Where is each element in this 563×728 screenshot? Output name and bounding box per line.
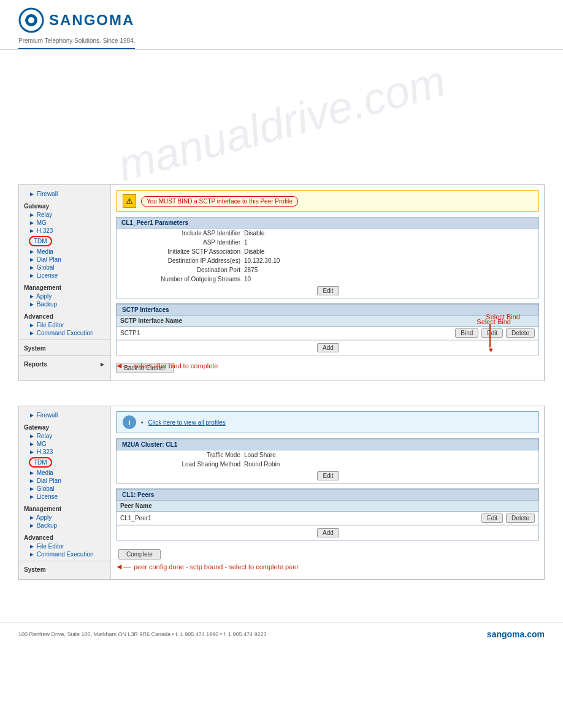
sidebar-item-mg[interactable]: ► MG [19,219,110,227]
sidebar2-item-apply[interactable]: ► Apply [19,514,110,521]
label-asp-id: ASP Identifier [121,239,244,246]
label-traffic-mode: Traffic Mode [121,452,244,458]
peer-row-asp-id: ASP Identifier 1 [117,238,538,247]
sidebar-item-firewall[interactable]: ► Firewall [19,190,110,198]
sidebar2-item-global[interactable]: ► Global [19,485,110,493]
label-streams: Number of Outgoing Streams [121,276,244,282]
peers-edit-button[interactable]: Edit [481,514,503,523]
complete-annotation-row: ◄— peer config done - sctp bound - selec… [115,562,299,571]
value-load-sharing: Round Robin [244,461,280,468]
sidebar-section-system: System [19,344,110,353]
peer-row-init-sctp: Initialize SCTP Association Disable [117,247,538,256]
peers-col-name: Peer Name [117,501,280,512]
sidebar2: ► Firewall Gateway ► Relay ► MG ► H.323 … [19,406,111,579]
select-bind-arrow-line: ▼ [489,324,491,347]
sidebar2-item-relay[interactable]: ► Relay [19,432,110,440]
info-bullet: • [141,419,144,426]
peers-row: CL1_Peer1 Edit Delete [117,512,538,525]
peers-row-name: CL1_Peer1 [117,512,280,525]
label-dest-ip: Destination IP Address(es) [121,257,244,264]
sidebar-item-relay[interactable]: ► Relay [19,211,110,219]
sidebar-item-license[interactable]: ► License [19,271,110,279]
back-annotation-text: select after bind to complete [134,362,218,370]
sidebar-item-cmdexec[interactable]: ► Command Execution [19,329,110,337]
complete-annotation-text: peer config done - sctp bound - select t… [134,563,299,571]
peer-row-dest-ip: Destination IP Address(es) 10.132.30.10 [117,256,538,265]
complete-row: Complete [116,545,539,563]
info-banner: i • Click here to view all profiles [116,411,539,433]
sctp-row-actions: Bind Edit Delete [302,327,538,340]
sctp-delete-button[interactable]: Delete [506,328,535,338]
sidebar-item-global[interactable]: ► Global [19,264,110,271]
sidebar2-item-h323[interactable]: ► H.323 [29,449,53,455]
logo-icon [18,7,44,33]
sidebar2-section-gateway: Gateway [19,423,110,432]
logo-text: SANGOMA [49,12,134,29]
back-arrow-left: ◄— [115,361,131,370]
complete-button[interactable]: Complete [118,549,161,559]
peers-section: CL1: Peers Peer Name CL1_Peer1 [116,488,539,540]
sctp-row: SCTP1 Bind Edit Delete [117,327,538,340]
sidebar-item-apply[interactable]: ► Apply [19,292,110,300]
sctp-edit-button[interactable]: Edit [481,328,503,338]
sidebar-item-media[interactable]: ► Media [19,248,110,256]
panel2: ► Firewall Gateway ► Relay ► MG ► H.323 … [18,406,545,580]
sidebar1: ► Firewall Gateway ► Relay ► MG ► H.323 … [19,185,111,381]
peers-delete-button[interactable]: Delete [506,514,535,523]
sidebar2-item-backup[interactable]: ► Backup [19,521,110,529]
panel1: ► Firewall Gateway ► Relay ► MG ► H.323 … [18,184,545,381]
select-bind-label: Select Bind [486,313,520,320]
panel2-content: i • Click here to view all profiles M2UA… [111,406,544,579]
cluster-edit-button[interactable]: Edit [317,471,339,480]
sidebar2-item-tdm-circled[interactable]: TDM [29,457,52,468]
sidebar-section-reports: Reports► [19,360,110,369]
peers-add-row: Add [117,525,538,540]
sidebar2-item-mg[interactable]: ► MG [19,440,110,448]
sidebar-section-gateway: Gateway [19,202,110,211]
sidebar2-item-cmdexec[interactable]: ► Command Execution [19,550,110,558]
sidebar2-item-firewall[interactable]: ► Firewall [19,411,110,419]
tagline: Premium Telephony Solutions. Since 1984. [18,37,135,49]
sctp-col-name: SCTP Interface Name [117,316,302,327]
header: SANGOMA Premium Telephony Solutions. Sin… [0,0,563,50]
sidebar-item-dialplan[interactable]: ► Dial Plan [19,256,110,264]
sctp-add-button[interactable]: Add [317,343,339,352]
sidebar2-item-dialplan[interactable]: ► Dial Plan [19,477,110,485]
label-init-sctp: Initialize SCTP Association [121,248,244,255]
value-init-sctp: Disable [244,248,264,255]
value-include-asp: Disable [244,230,264,237]
footer: 100 Renfrew Drive, Suite 100, Markham ON… [0,623,563,645]
sidebar-item-fileeditor[interactable]: ► File Editor [19,321,110,329]
sctp-row-name: SCTP1 [117,327,302,340]
value-asp-id: 1 [244,239,248,246]
peers-add-button[interactable]: Add [317,528,339,537]
info-link[interactable]: Click here to view all profiles [148,419,226,426]
footer-brand: sangoma.com [487,629,545,639]
peers-header: CL1: Peers [117,489,538,501]
sidebar2-section-advanced: Advanced [19,533,110,542]
peers-table: Peer Name CL1_Peer1 Edit Delete [117,501,538,525]
label-load-sharing: Load Sharing Method [121,461,244,468]
cluster-load-sharing: Load Sharing Method Round Robin [117,460,538,469]
sidebar2-item-fileeditor[interactable]: ► File Editor [19,542,110,550]
complete-arrow-left: ◄— [115,562,131,571]
value-streams: 10 [244,276,251,282]
cluster-traffic-mode: Traffic Mode Load Share [117,450,538,460]
panel1-wrapper: ► Firewall Gateway ► Relay ► MG ► H.323 … [18,184,545,381]
peer-params-header: CL1_Peer1 Parameters [117,218,538,229]
sidebar-section-management: Management [19,283,110,292]
peer-params-edit-row: Edit [117,284,538,298]
peer-params-edit-button[interactable]: Edit [317,286,339,295]
info-icon: i [123,415,136,429]
sctp-bind-button[interactable]: Bind [455,328,478,338]
sctp-add-row: Add [117,340,538,355]
sidebar-item-tdm-circled[interactable]: TDM [29,236,52,246]
cluster-header: M2UA Cluster: CL1 [117,439,538,450]
sidebar2-item-license[interactable]: ► License [19,493,110,501]
panel1-inner: ► Firewall Gateway ► Relay ► MG ► H.323 … [19,185,544,381]
sidebar-item-backup[interactable]: ► Backup [19,300,110,308]
sidebar-item-h323[interactable]: ► H.323 [29,227,53,234]
value-dest-port: 2875 [244,267,258,273]
sidebar2-item-media[interactable]: ► Media [19,469,110,477]
value-dest-ip: 10.132.30.10 [244,257,280,264]
